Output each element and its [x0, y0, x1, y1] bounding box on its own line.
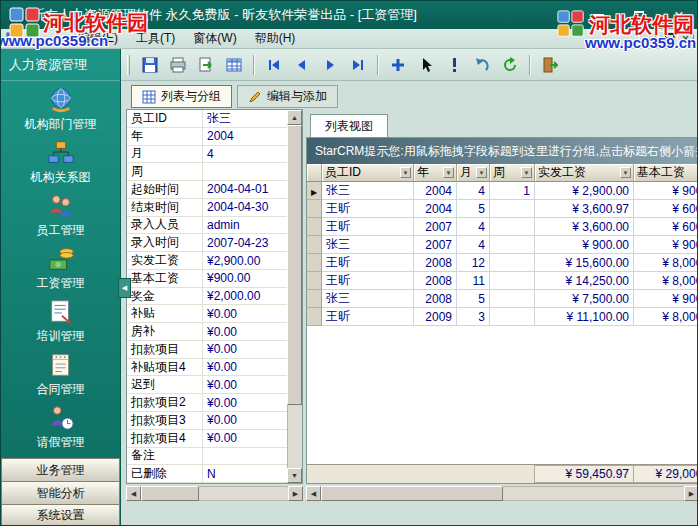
field-value[interactable]: 2004 — [203, 128, 287, 145]
mdi-restore-button[interactable] — [658, 31, 675, 46]
cell-base-pay[interactable]: ¥ 8,000.00 — [634, 308, 698, 326]
cell-actual-pay[interactable]: ¥ 11,100.00 — [535, 308, 634, 326]
cell-employee-id[interactable]: 王昕 — [322, 254, 414, 272]
add-record-button[interactable] — [385, 52, 411, 78]
cell-actual-pay[interactable]: ¥ 2,900.00 — [535, 182, 634, 200]
cell-base-pay[interactable]: ¥ 600.00 — [634, 218, 698, 236]
mdi-minimize-button[interactable] — [639, 31, 656, 46]
grid-view-button[interactable] — [221, 52, 247, 78]
scroll-down-button[interactable] — [287, 468, 302, 483]
filter-dropdown-icon[interactable] — [620, 167, 631, 178]
sidebar-group-button[interactable]: 系统设置 — [1, 504, 120, 526]
cell-base-pay[interactable]: ¥ 900.00 — [634, 290, 698, 308]
field-value[interactable]: ¥0.00 — [203, 305, 287, 322]
undo-button[interactable] — [469, 52, 495, 78]
field-value[interactable]: ¥0.00 — [203, 376, 287, 393]
menu-item[interactable]: 帮助(H) — [246, 28, 305, 49]
cell-base-pay[interactable]: ¥ 8,000.00 — [634, 254, 698, 272]
refresh-button[interactable] — [497, 52, 523, 78]
cell-base-pay[interactable]: ¥ 900.00 — [634, 236, 698, 254]
cell-base-pay[interactable]: ¥ 8,000.00 — [634, 272, 698, 290]
field-value[interactable]: ¥2,900.00 — [203, 252, 287, 269]
cell-employee-id[interactable]: 张三 — [322, 182, 414, 200]
cell-week[interactable]: 1 — [490, 182, 535, 200]
filter-dropdown-icon[interactable] — [400, 167, 411, 178]
cell-week[interactable] — [490, 200, 535, 218]
cell-year[interactable]: 2008 — [414, 254, 457, 272]
cell-year[interactable]: 2007 — [414, 236, 457, 254]
filter-dropdown-icon[interactable] — [521, 167, 532, 178]
field-value[interactable]: ¥0.00 — [203, 412, 287, 429]
cell-month[interactable]: 12 — [457, 254, 490, 272]
maximize-button[interactable] — [619, 1, 659, 29]
menu-item[interactable]: 工具(T) — [127, 28, 184, 49]
cell-week[interactable] — [490, 236, 535, 254]
last-record-button[interactable] — [345, 52, 371, 78]
cell-actual-pay[interactable]: ¥ 14,250.00 — [535, 272, 634, 290]
field-value[interactable]: 2004-04-30 — [203, 199, 287, 216]
cell-employee-id[interactable]: 王昕 — [322, 272, 414, 290]
next-record-button[interactable] — [317, 52, 343, 78]
cell-month[interactable]: 3 — [457, 308, 490, 326]
cell-week[interactable] — [490, 290, 535, 308]
select-pointer-button[interactable] — [413, 52, 439, 78]
cell-week[interactable] — [490, 308, 535, 326]
field-value[interactable]: ¥0.00 — [203, 323, 287, 340]
column-header-week[interactable]: 周 — [490, 164, 535, 182]
prev-record-button[interactable] — [289, 52, 315, 78]
mdi-close-button[interactable] — [677, 31, 694, 46]
sidebar-item-salary[interactable]: 工资管理 — [1, 242, 120, 295]
cell-employee-id[interactable]: 张三 — [322, 236, 414, 254]
field-value[interactable]: ¥0.00 — [203, 359, 287, 376]
table-row[interactable]: 王昕 2008 12 ¥ 15,600.00 ¥ 8,000.00 — [307, 254, 698, 272]
form-horizontal-scrollbar[interactable] — [126, 486, 303, 501]
table-row[interactable]: 王昕 2007 4 ¥ 3,600.00 ¥ 600.00 — [307, 218, 698, 236]
filter-dropdown-icon[interactable] — [476, 167, 487, 178]
grid-horizontal-scrollbar[interactable] — [306, 486, 698, 501]
table-row[interactable]: 王昕 2009 3 ¥ 11,100.00 ¥ 8,000.00 — [307, 308, 698, 326]
tab-edit-and-add[interactable]: 编辑与添加 — [237, 85, 338, 108]
cell-year[interactable]: 2009 — [414, 308, 457, 326]
sidebar-item-training[interactable]: 培训管理 — [1, 295, 120, 348]
cell-year[interactable]: 2008 — [414, 272, 457, 290]
scrollbar-thumb[interactable] — [141, 486, 199, 501]
sidebar-item-contracts[interactable]: 合同管理 — [1, 348, 120, 401]
cell-month[interactable]: 4 — [457, 236, 490, 254]
table-row[interactable]: 王昕 2008 11 ¥ 14,250.00 ¥ 8,000.00 — [307, 272, 698, 290]
field-value[interactable] — [203, 163, 287, 180]
table-row[interactable]: 王昕 2004 5 ¥ 3,600.97 ¥ 600.97 — [307, 200, 698, 218]
column-header-month[interactable]: 月 — [457, 164, 490, 182]
post-edit-button[interactable] — [441, 52, 467, 78]
table-row[interactable]: 张三 2008 5 ¥ 7,500.00 ¥ 900.00 — [307, 290, 698, 308]
field-value[interactable]: ¥2,000.00 — [203, 288, 287, 305]
sidebar-group-button[interactable]: 业务管理 — [1, 458, 120, 481]
sidebar-item-employees[interactable]: 员工管理 — [1, 189, 120, 242]
cell-base-pay[interactable]: ¥ 600.97 — [634, 200, 698, 218]
cell-year[interactable]: 2004 — [414, 182, 457, 200]
sidebar-item-org-departments[interactable]: 机构部门管理 — [1, 83, 120, 136]
scroll-left-button[interactable] — [126, 486, 141, 501]
field-value[interactable]: 4 — [203, 146, 287, 163]
child-window-icon[interactable] — [6, 31, 22, 47]
save-button[interactable] — [137, 52, 163, 78]
print-button[interactable] — [165, 52, 191, 78]
field-value[interactable]: 2007-04-23 — [203, 234, 287, 251]
column-header-actual-pay[interactable]: 实发工资 — [535, 164, 634, 182]
field-value[interactable]: ¥0.00 — [203, 341, 287, 358]
cell-week[interactable] — [490, 254, 535, 272]
cell-week[interactable] — [490, 218, 535, 236]
cell-base-pay[interactable]: ¥ 900.00 — [634, 182, 698, 200]
cell-year[interactable]: 2008 — [414, 290, 457, 308]
filter-dropdown-icon[interactable] — [443, 167, 454, 178]
tab-list-and-group[interactable]: 列表与分组 — [131, 85, 232, 108]
cell-month[interactable]: 11 — [457, 272, 490, 290]
field-value[interactable] — [203, 448, 287, 465]
field-value[interactable]: N — [203, 465, 287, 482]
cell-actual-pay[interactable]: ¥ 3,600.00 — [535, 218, 634, 236]
first-record-button[interactable] — [261, 52, 287, 78]
close-button[interactable] — [659, 1, 698, 29]
scrollbar-thumb[interactable] — [287, 125, 302, 405]
toolbar-grip[interactable] — [127, 55, 130, 75]
sidebar-item-leave[interactable]: 请假管理 — [1, 401, 120, 454]
table-row[interactable]: 张三 2004 4 1 ¥ 2,900.00 ¥ 900.00 — [307, 182, 698, 200]
